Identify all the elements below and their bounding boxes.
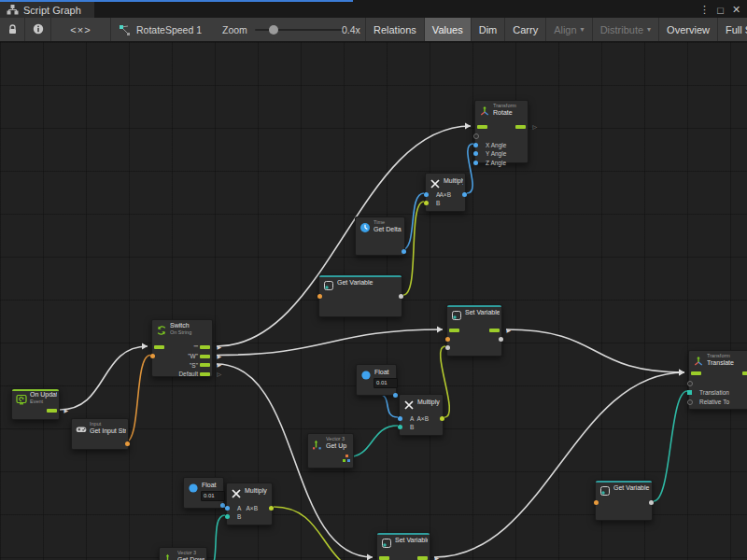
- node-header: Vector 3Get Up: [326, 436, 351, 450]
- flow-port[interactable]: [477, 125, 487, 129]
- toolbar-button-overview[interactable]: Overview: [658, 18, 717, 41]
- flow-port[interactable]: [742, 371, 747, 375]
- node-multiply-bottom[interactable]: MultiplyAA×BB: [226, 483, 273, 525]
- toolbar-button-align[interactable]: Align▾: [545, 18, 591, 41]
- node-translate[interactable]: TransformTranslateTranslationRelative To…: [688, 350, 747, 410]
- dot-port[interactable]: [473, 151, 478, 156]
- dot-port[interactable]: [445, 345, 450, 350]
- zoom-slider[interactable]: [255, 29, 346, 31]
- toolbar-button-relations[interactable]: Relations: [365, 18, 424, 41]
- flow-port[interactable]: [379, 556, 389, 560]
- node-title: Get Variable: [613, 484, 650, 492]
- toolbar-button-values[interactable]: Values: [424, 18, 471, 41]
- port-row: Relative To: [689, 398, 747, 406]
- flow-port[interactable]: [489, 329, 500, 332]
- dot-port[interactable]: [225, 506, 230, 511]
- dot-port[interactable]: [398, 425, 402, 429]
- dot-port[interactable]: [424, 192, 429, 197]
- node-switch[interactable]: SwitchOn String"""W""S"Default▶▶▶▷: [151, 319, 213, 377]
- node-set-variable-upper[interactable]: Set Variable▶: [446, 304, 502, 357]
- dot-port[interactable]: [594, 500, 599, 505]
- node-get-input-string[interactable]: InputGet Input String: [71, 418, 129, 450]
- zoom-to-fit-button[interactable]: <×>: [51, 18, 111, 41]
- node-title: Float: [202, 482, 221, 489]
- toolbar-button-label: Dim: [479, 24, 498, 35]
- node-get-delta-time[interactable]: TimeGet Delta Time: [355, 217, 405, 256]
- node-multiply-top[interactable]: MultiplyAA×BB: [425, 173, 466, 212]
- port-label: Y Angle: [486, 149, 506, 158]
- node-title: Get Delta Time: [374, 226, 402, 233]
- dot-port[interactable]: [402, 249, 406, 254]
- node-set-variable-bottom[interactable]: Set Variable▶: [376, 532, 430, 560]
- zoom-to-fit-label: <×>: [70, 24, 91, 35]
- wire: [274, 507, 375, 560]
- flow-port[interactable]: [515, 125, 526, 129]
- port-label: Translation: [699, 388, 729, 397]
- port-row: AA×B: [400, 414, 443, 423]
- dot-port[interactable]: [317, 294, 322, 299]
- value-field[interactable]: 0.01: [201, 491, 225, 501]
- dot-port[interactable]: [649, 500, 654, 505]
- dot-port[interactable]: [150, 354, 155, 358]
- flow-port[interactable]: [47, 409, 57, 413]
- node-vector3-get-down[interactable]: Vector 3Get Down: [159, 547, 207, 560]
- node-float-mid[interactable]: Float0.01: [356, 364, 397, 396]
- node-get-variable-right[interactable]: Get Variable: [595, 480, 653, 521]
- port-row: AA×B: [227, 504, 272, 512]
- flow-port[interactable]: [417, 556, 428, 560]
- dropdown-caret-icon: ▾: [581, 25, 585, 34]
- flow-port[interactable]: [200, 372, 210, 376]
- dot-port[interactable]: [499, 337, 503, 342]
- graph-canvas[interactable]: TransformRotateX AngleY AngleZ Angle▷Mul…: [0, 42, 747, 560]
- node-float-bottom[interactable]: Float0.01: [183, 477, 224, 509]
- dot-port[interactable]: [424, 201, 429, 205]
- node-get-variable-top[interactable]: Get Variable: [318, 274, 402, 317]
- node-rotate[interactable]: TransformRotateX AngleY AngleZ Angle▷: [474, 100, 529, 163]
- flow-port[interactable]: [691, 371, 701, 375]
- toolbar-button-fullscreen[interactable]: Full Screen: [717, 18, 747, 41]
- lock-button[interactable]: [0, 18, 25, 41]
- window-menu-button[interactable]: ⋮: [697, 4, 712, 16]
- dot-port[interactable]: [445, 337, 450, 342]
- circ-port[interactable]: [687, 381, 693, 386]
- value-field[interactable]: 0.01: [374, 378, 398, 388]
- flow-port[interactable]: [200, 345, 210, 349]
- rgb-port[interactable]: [343, 455, 350, 462]
- close-button[interactable]: ✕: [728, 4, 744, 16]
- circ-port[interactable]: [687, 399, 693, 405]
- node-subtitle: Event: [30, 399, 57, 405]
- info-button[interactable]: [25, 18, 51, 41]
- graph-reference[interactable]: RotateSpeed 1: [118, 18, 202, 41]
- dot-port[interactable]: [393, 393, 398, 398]
- wire-arrowhead: [679, 370, 684, 376]
- toolbar-button-dim[interactable]: Dim: [471, 18, 505, 41]
- dot-port[interactable]: [440, 416, 444, 421]
- maximize-button[interactable]: □: [712, 5, 728, 16]
- flow-arrow-icon: ▶: [506, 328, 511, 333]
- dot-port[interactable]: [473, 143, 478, 147]
- toolbar-button-distribute[interactable]: Distribute▾: [592, 18, 658, 41]
- script-graph-window: Script Graph ⋮ □ ✕ <×>: [0, 0, 747, 560]
- dot-port[interactable]: [125, 441, 130, 446]
- node-subtitle: On String: [170, 329, 210, 336]
- flow-port[interactable]: [449, 329, 459, 332]
- vec-port[interactable]: [687, 390, 692, 395]
- tab-script-graph[interactable]: Script Graph: [0, 2, 94, 18]
- port-label: B: [410, 423, 414, 431]
- circ-port[interactable]: [473, 133, 479, 139]
- dot-port[interactable]: [399, 294, 403, 299]
- dot-port[interactable]: [398, 416, 402, 421]
- dot-port[interactable]: [225, 514, 230, 519]
- zoom-slider-thumb[interactable]: [269, 25, 278, 35]
- node-on-update[interactable]: On UpdateEvent▶: [11, 388, 60, 420]
- toolbar-button-carry[interactable]: Carry: [504, 18, 545, 41]
- dot-port[interactable]: [462, 192, 467, 197]
- dot-port[interactable]: [269, 506, 274, 511]
- node-title: Multiply: [245, 487, 270, 495]
- dot-port[interactable]: [473, 161, 478, 165]
- node-multiply-mid[interactable]: MultiplyAA×BB: [399, 394, 444, 436]
- node-vector3-get-up[interactable]: Vector 3Get Up: [307, 433, 354, 469]
- flow-port[interactable]: [154, 345, 164, 349]
- flow-port[interactable]: [200, 355, 210, 358]
- flow-port[interactable]: [200, 363, 210, 367]
